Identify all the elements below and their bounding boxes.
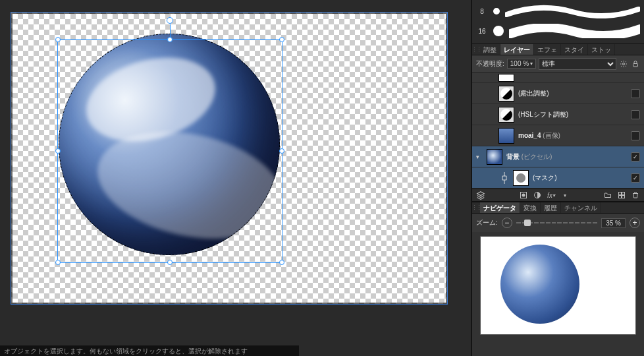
mask-thumb bbox=[513, 170, 529, 186]
visibility-checkbox[interactable]: ✓ bbox=[631, 173, 640, 183]
grid-icon[interactable] bbox=[616, 190, 628, 200]
layer-name[interactable]: (マスク) bbox=[533, 173, 627, 183]
folder-icon[interactable] bbox=[602, 190, 614, 200]
adjustment-icon bbox=[498, 86, 514, 102]
brush-stroke-preview bbox=[509, 24, 640, 38]
brush-row[interactable]: 8 bbox=[476, 1, 640, 21]
zoom-slider[interactable] bbox=[516, 218, 597, 227]
zoom-controls: ズーム: − 35 % + bbox=[472, 214, 644, 232]
opacity-label: 不透明度: bbox=[476, 59, 504, 69]
layer-name[interactable]: 背景 (ピクセル) bbox=[506, 152, 627, 162]
layer-name[interactable]: (露出調整) bbox=[518, 89, 627, 98]
blend-mode-select[interactable]: 標準 bbox=[539, 58, 616, 70]
trash-icon[interactable] bbox=[630, 190, 641, 200]
fx-icon[interactable]: fx▾ bbox=[545, 190, 557, 200]
navigator-earth-thumb bbox=[500, 245, 579, 324]
layer-hsl[interactable]: (HSLシフト調整) bbox=[472, 104, 644, 125]
layer-panel-tabs: ⋮⋮ 調整 レイヤー エフェ スタイ ストッ bbox=[472, 44, 644, 55]
layer-name[interactable]: (HSLシフト調整) bbox=[518, 110, 627, 119]
layer-name[interactable]: moai_4 (画像) bbox=[518, 131, 627, 140]
navigator-panel-tabs: ⋮⋮ ナビゲータ 変換 履歴 チャンネル bbox=[472, 202, 644, 214]
panel-drag-handle-icon[interactable]: ⋮⋮ bbox=[472, 202, 480, 213]
earth-image-layer[interactable] bbox=[59, 34, 280, 255]
brush-stroke-preview bbox=[505, 4, 640, 18]
tab-adjust[interactable]: 調整 bbox=[480, 44, 500, 55]
zoom-in-button[interactable]: + bbox=[630, 218, 640, 228]
visibility-checkbox[interactable] bbox=[631, 131, 640, 140]
document-canvas[interactable] bbox=[11, 12, 448, 305]
layer-exposure[interactable]: (露出調整) bbox=[472, 83, 644, 104]
tab-effects[interactable]: エフェ bbox=[534, 44, 561, 55]
visibility-checkbox[interactable]: ✓ bbox=[631, 152, 640, 162]
navigator-preview[interactable] bbox=[480, 236, 636, 335]
brush-row[interactable]: 16 bbox=[476, 21, 640, 41]
opacity-value-field[interactable]: 100 % ▾ bbox=[507, 59, 536, 69]
adjustment-layer-icon[interactable] bbox=[531, 190, 543, 200]
brush-preview-dot bbox=[493, 8, 500, 15]
tab-navigator[interactable]: ナビゲータ bbox=[480, 202, 520, 213]
tab-layers[interactable]: レイヤー bbox=[500, 44, 534, 55]
brush-preview-dot bbox=[493, 26, 504, 36]
opacity-value-text: 100 % bbox=[510, 60, 529, 67]
canvas-area[interactable]: オブジェクトを選択します。何もない領域をクリックすると、選択が解除されます bbox=[0, 0, 471, 356]
layer-thumb bbox=[498, 74, 514, 82]
visibility-checkbox[interactable] bbox=[631, 110, 640, 119]
svg-rect-1 bbox=[633, 63, 638, 67]
layer-stack-icon[interactable] bbox=[475, 190, 487, 200]
tab-styles[interactable]: スタイ bbox=[561, 44, 588, 55]
zoom-value-field[interactable]: 35 % bbox=[601, 218, 626, 228]
right-panels: 8 16 ⋮⋮ 調整 レイヤー エフェ スタイ ストッ 不透明度: 100 % … bbox=[471, 0, 644, 356]
opacity-row: 不透明度: 100 % ▾ 標準 bbox=[472, 55, 644, 73]
layer-thumb-earth bbox=[487, 149, 502, 165]
layer-background[interactable]: ▾ 背景 (ピクセル) ✓ bbox=[472, 146, 644, 167]
layer-thumb-image bbox=[498, 128, 514, 144]
brush-size-label: 8 bbox=[476, 8, 488, 15]
options-caret-icon[interactable]: ▾ bbox=[559, 190, 571, 200]
tab-stock[interactable]: ストッ bbox=[588, 44, 615, 55]
tab-transform[interactable]: 変換 bbox=[520, 202, 541, 213]
brush-size-label: 16 bbox=[476, 28, 488, 35]
svg-point-3 bbox=[522, 194, 525, 197]
svg-rect-8 bbox=[622, 196, 625, 198]
layer-list: (露出調整) (HSLシフト調整) moai_4 (画像) ▾ 背景 (ピクセル… bbox=[472, 73, 644, 189]
layer-mask[interactable]: (マスク) ✓ bbox=[472, 167, 644, 189]
gear-icon[interactable] bbox=[619, 59, 628, 69]
status-bar: オブジェクトを選択します。何もない領域をクリックすると、選択が解除されます bbox=[0, 345, 299, 356]
tab-channels[interactable]: チャンネル bbox=[561, 202, 601, 213]
svg-rect-6 bbox=[622, 193, 625, 195]
layer-moai[interactable]: moai_4 (画像) bbox=[472, 125, 644, 146]
panel-drag-handle-icon[interactable]: ⋮⋮ bbox=[472, 44, 480, 55]
zoom-slider-thumb[interactable] bbox=[524, 220, 531, 226]
visibility-checkbox[interactable] bbox=[631, 89, 640, 98]
layer-toolbar: fx▾ ▾ bbox=[472, 189, 644, 202]
svg-rect-5 bbox=[619, 193, 622, 195]
tab-history[interactable]: 履歴 bbox=[541, 202, 561, 213]
zoom-out-button[interactable]: − bbox=[502, 218, 512, 228]
brush-presets: 8 16 bbox=[472, 0, 644, 44]
zoom-label: ズーム: bbox=[476, 218, 498, 227]
layer-clipped-top[interactable] bbox=[472, 73, 644, 83]
lock-icon[interactable] bbox=[631, 59, 640, 69]
svg-rect-7 bbox=[619, 196, 622, 198]
svg-point-0 bbox=[623, 63, 625, 65]
dropdown-caret-icon: ▾ bbox=[530, 61, 533, 67]
adjustment-icon bbox=[498, 107, 514, 123]
mask-link-icon[interactable] bbox=[500, 170, 509, 186]
disclosure-triangle-icon[interactable]: ▾ bbox=[476, 154, 483, 160]
mask-icon[interactable] bbox=[518, 190, 529, 200]
